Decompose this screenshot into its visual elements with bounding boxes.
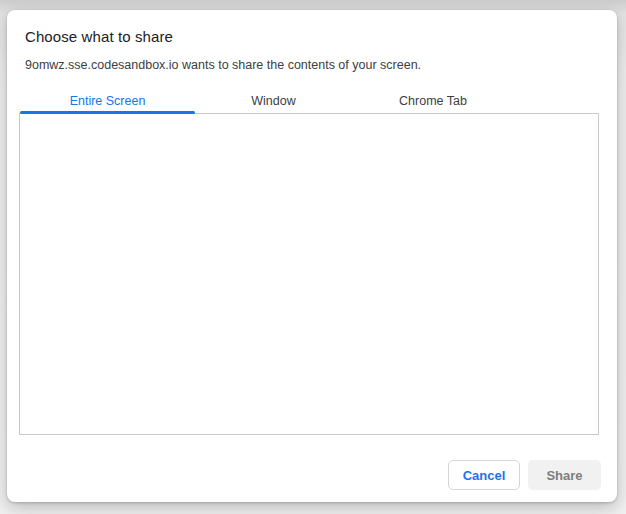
tab-bar: Entire Screen Window Chrome Tab xyxy=(20,88,514,114)
sources-panel xyxy=(19,113,599,435)
screen-share-picker: Choose what to share 9omwz.sse.codesandb… xyxy=(0,0,626,514)
tab-window-label: Window xyxy=(251,94,295,108)
tab-entire-screen[interactable]: Entire Screen xyxy=(20,88,195,114)
tab-chrome-tab-label: Chrome Tab xyxy=(399,94,467,108)
share-dialog: Choose what to share 9omwz.sse.codesandb… xyxy=(7,10,617,502)
tab-entire-screen-label: Entire Screen xyxy=(70,94,146,108)
cancel-button[interactable]: Cancel xyxy=(448,460,520,490)
dialog-subtitle: 9omwz.sse.codesandbox.io wants to share … xyxy=(25,58,421,72)
dialog-title: Choose what to share xyxy=(25,28,173,45)
tab-window[interactable]: Window xyxy=(195,88,352,114)
tab-chrome-tab[interactable]: Chrome Tab xyxy=(352,88,514,114)
share-button[interactable]: Share xyxy=(528,460,601,490)
